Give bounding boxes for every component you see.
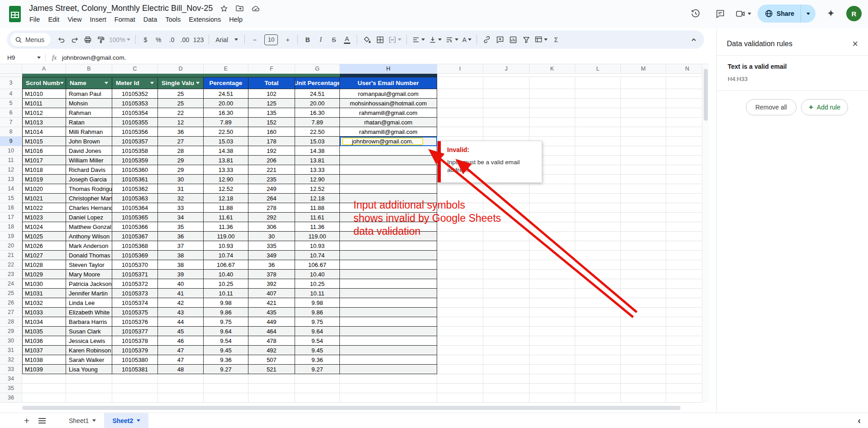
- cell[interactable]: 25: [158, 99, 204, 108]
- format-percent-button[interactable]: %: [153, 33, 165, 46]
- cell[interactable]: Mark Anderson: [66, 241, 112, 251]
- row-header-6[interactable]: 6: [0, 108, 22, 118]
- cell[interactable]: [437, 336, 483, 346]
- cell[interactable]: 10105355: [112, 118, 158, 127]
- cell[interactable]: M1033: [22, 308, 66, 317]
- cell[interactable]: Karen Robinson: [66, 346, 112, 355]
- cell[interactable]: [621, 99, 666, 108]
- cell[interactable]: 10105361: [112, 175, 158, 184]
- cell[interactable]: [621, 222, 666, 232]
- cell[interactable]: 10.74: [204, 251, 248, 260]
- table-header-1[interactable]: Scrol Numb: [22, 77, 66, 89]
- cell[interactable]: 10105368: [112, 241, 158, 251]
- vertical-align-button[interactable]: [427, 33, 443, 46]
- cell[interactable]: 24.51: [204, 89, 248, 99]
- cell[interactable]: [340, 317, 437, 327]
- cell[interactable]: Elizabeth White: [66, 308, 112, 317]
- cell[interactable]: 335: [248, 241, 295, 251]
- cell[interactable]: [483, 241, 529, 251]
- name-box[interactable]: H9: [0, 54, 45, 61]
- row-header-14[interactable]: 14: [0, 184, 22, 194]
- text-color-button[interactable]: A: [341, 33, 353, 46]
- cell-edit-box[interactable]: johnbrown@gmail.com.: [342, 138, 423, 145]
- cell[interactable]: Charles Hernand: [66, 203, 112, 213]
- filter-views-button[interactable]: [533, 33, 549, 46]
- cell[interactable]: [529, 222, 575, 232]
- cell[interactable]: 30: [248, 232, 295, 241]
- cell[interactable]: [248, 384, 295, 393]
- font-size-input[interactable]: 10: [264, 34, 278, 45]
- cell[interactable]: 25: [158, 89, 204, 99]
- column-header-m[interactable]: M: [621, 64, 666, 74]
- cell[interactable]: 37: [158, 241, 204, 251]
- column-header-f[interactable]: F: [248, 64, 295, 74]
- cell[interactable]: [575, 308, 621, 317]
- cell[interactable]: 106.67: [295, 260, 340, 270]
- cell[interactable]: M1011: [22, 99, 66, 108]
- cell[interactable]: [340, 260, 437, 270]
- cell[interactable]: 46: [158, 336, 204, 346]
- increase-decimals-button[interactable]: .00: [179, 33, 191, 46]
- move-folder-icon[interactable]: [235, 4, 244, 13]
- cell[interactable]: [621, 260, 666, 270]
- cell[interactable]: 27: [158, 137, 204, 146]
- cell[interactable]: [575, 365, 621, 374]
- undo-button[interactable]: [55, 33, 67, 46]
- cell[interactable]: [621, 156, 666, 165]
- cell[interactable]: 10105369: [112, 251, 158, 260]
- cell[interactable]: M1020: [22, 184, 66, 194]
- cell[interactable]: mohsinhossain@hotmail.com: [340, 99, 437, 108]
- cell[interactable]: [483, 270, 529, 279]
- cell[interactable]: [529, 99, 575, 108]
- column-header-h[interactable]: H: [340, 64, 437, 74]
- cell[interactable]: [483, 308, 529, 317]
- cell[interactable]: 12.18: [295, 194, 340, 203]
- cell[interactable]: [621, 127, 666, 137]
- cell[interactable]: John Brown: [66, 137, 112, 146]
- cell[interactable]: M1034: [22, 317, 66, 327]
- cell[interactable]: 435: [248, 308, 295, 317]
- cell[interactable]: [340, 165, 437, 175]
- table-header-4[interactable]: Single Valu: [158, 77, 204, 89]
- collapse-panel-chevron-icon[interactable]: ‹: [858, 415, 861, 426]
- cell[interactable]: 36: [158, 232, 204, 241]
- cell[interactable]: 9.27: [204, 365, 248, 374]
- cell[interactable]: [340, 298, 437, 308]
- cell[interactable]: 14.38: [295, 146, 340, 156]
- cell[interactable]: [483, 77, 529, 89]
- cell[interactable]: [340, 270, 437, 279]
- row-header-7[interactable]: 7: [0, 118, 22, 127]
- cell[interactable]: 10105375: [112, 308, 158, 317]
- cell[interactable]: Jessica Lewis: [66, 336, 112, 346]
- cell[interactable]: [575, 175, 621, 184]
- cell[interactable]: M1018: [22, 165, 66, 175]
- cell[interactable]: [621, 308, 666, 317]
- cell[interactable]: Patricia Jackson: [66, 279, 112, 289]
- menu-edit[interactable]: Edit: [44, 14, 63, 24]
- cell[interactable]: [575, 118, 621, 127]
- insert-chart-button[interactable]: [507, 33, 519, 46]
- cell[interactable]: 48: [158, 365, 204, 374]
- cell[interactable]: 10105357: [112, 137, 158, 146]
- add-sheet-button[interactable]: +: [19, 413, 34, 428]
- cell[interactable]: 160: [248, 127, 295, 137]
- cell[interactable]: [529, 270, 575, 279]
- cell[interactable]: [437, 327, 483, 336]
- cell[interactable]: [575, 270, 621, 279]
- cell[interactable]: 31: [158, 184, 204, 194]
- row-header-10[interactable]: 10: [0, 146, 22, 156]
- cell[interactable]: 9.64: [204, 327, 248, 336]
- row-header-9[interactable]: 9: [0, 137, 22, 146]
- cell[interactable]: [529, 365, 575, 374]
- cell[interactable]: [529, 393, 575, 403]
- cell[interactable]: 10105365: [112, 213, 158, 222]
- cell[interactable]: 10.93: [295, 241, 340, 251]
- cell[interactable]: 9.27: [295, 365, 340, 374]
- cell[interactable]: [483, 127, 529, 137]
- cell[interactable]: [529, 279, 575, 289]
- cell[interactable]: [575, 77, 621, 89]
- cell[interactable]: M1013: [22, 118, 66, 127]
- cell[interactable]: 11.36: [204, 222, 248, 232]
- cell[interactable]: [575, 355, 621, 365]
- row-header-34[interactable]: 34: [0, 374, 22, 384]
